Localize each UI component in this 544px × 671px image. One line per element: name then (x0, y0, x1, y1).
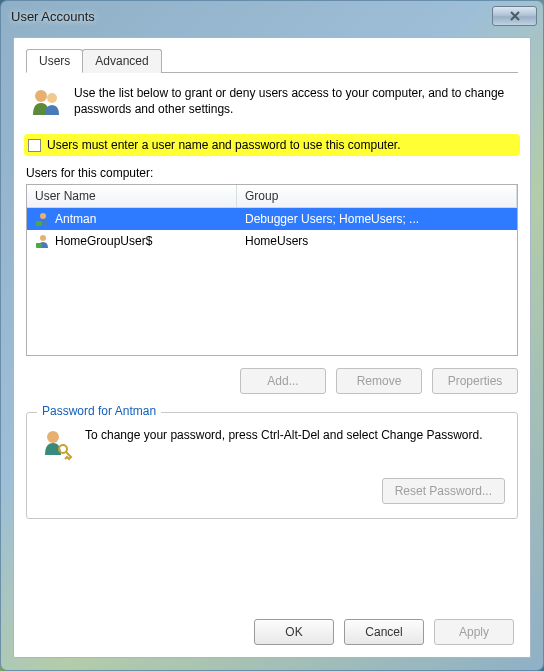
cancel-button[interactable]: Cancel (344, 619, 424, 645)
client-area: Users Advanced Use the list below to gra… (13, 37, 531, 658)
window-title: User Accounts (11, 9, 492, 24)
svg-rect-5 (36, 243, 42, 248)
svg-point-6 (47, 431, 59, 443)
close-button[interactable] (492, 6, 537, 26)
cell-group: Debugger Users; HomeUsers; ... (237, 212, 517, 226)
tab-strip: Users Advanced (26, 48, 518, 73)
password-groupbox-title: Password for Antman (37, 404, 161, 418)
svg-point-1 (47, 93, 57, 103)
password-text: To change your password, press Ctrl-Alt-… (85, 427, 505, 443)
table-row[interactable]: HomeGroupUser$HomeUsers (27, 230, 517, 252)
users-for-label: Users for this computer: (26, 166, 518, 180)
close-icon (509, 11, 521, 21)
cell-username: HomeGroupUser$ (27, 233, 237, 249)
key-user-icon (39, 427, 73, 464)
users-icon (28, 85, 64, 124)
require-password-checkbox[interactable] (28, 139, 41, 152)
listview-body: AntmanDebugger Users; HomeUsers; ...Home… (27, 208, 517, 355)
column-username[interactable]: User Name (27, 185, 237, 207)
svg-point-0 (35, 90, 47, 102)
require-password-row[interactable]: Users must enter a user name and passwor… (24, 134, 520, 156)
tab-users[interactable]: Users (26, 49, 83, 73)
tab-advanced[interactable]: Advanced (82, 49, 161, 73)
properties-button[interactable]: Properties (432, 368, 518, 394)
intro-row: Use the list below to grant or deny user… (26, 81, 518, 134)
column-group[interactable]: Group (237, 185, 517, 207)
require-password-label: Users must enter a user name and passwor… (47, 138, 401, 152)
svg-point-2 (40, 213, 46, 219)
svg-point-4 (40, 235, 46, 241)
cell-username: Antman (27, 211, 237, 227)
cell-group: HomeUsers (237, 234, 517, 248)
user-accounts-window: User Accounts Users Advanced Use the lis… (0, 0, 544, 671)
reset-password-button[interactable]: Reset Password... (382, 478, 505, 504)
users-listview[interactable]: User Name Group AntmanDebugger Users; Ho… (26, 184, 518, 356)
titlebar[interactable]: User Accounts (1, 1, 543, 31)
apply-button[interactable]: Apply (434, 619, 514, 645)
user-buttons-row: Add... Remove Properties (26, 356, 518, 408)
password-groupbox: Password for Antman To change your passw… (26, 412, 518, 519)
intro-text: Use the list below to grant or deny user… (74, 85, 516, 117)
table-row[interactable]: AntmanDebugger Users; HomeUsers; ... (27, 208, 517, 230)
ok-button[interactable]: OK (254, 619, 334, 645)
remove-button[interactable]: Remove (336, 368, 422, 394)
listview-header[interactable]: User Name Group (27, 185, 517, 208)
add-button[interactable]: Add... (240, 368, 326, 394)
svg-rect-3 (36, 221, 42, 226)
dialog-buttons: OK Cancel Apply (26, 607, 518, 647)
